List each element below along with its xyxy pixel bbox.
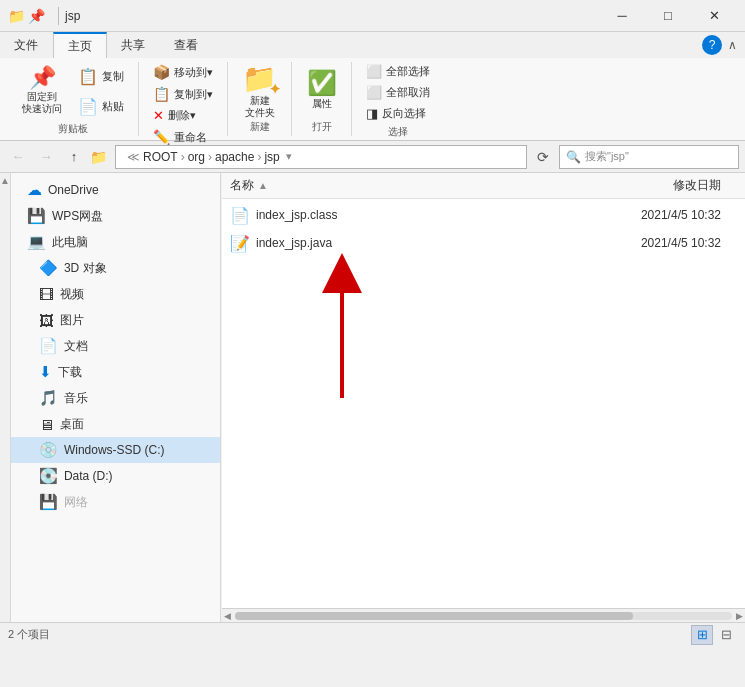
sidebar-item-data-d[interactable]: 💽 Data (D:) (11, 463, 220, 489)
file-header: 名称 ▲ 修改日期 (222, 173, 745, 199)
search-icon: 🔍 (566, 150, 581, 164)
minimize-button[interactable]: ─ (599, 0, 645, 32)
pin-to-quick-access-button[interactable]: 📌 固定到快速访问 (16, 63, 68, 119)
move-to-button[interactable]: 📦 移动到▾ (147, 62, 219, 82)
path-jsp[interactable]: jsp (264, 150, 279, 164)
tab-share[interactable]: 共享 (107, 32, 160, 58)
help-icon[interactable]: ? (702, 35, 722, 55)
data-d-label: Data (D:) (64, 469, 113, 483)
delete-button[interactable]: ✕ 删除▾ (147, 106, 219, 125)
copy-to-button[interactable]: 📋 复制到▾ (147, 84, 219, 104)
path-apache[interactable]: apache (215, 150, 254, 164)
onedrive-label: OneDrive (48, 183, 99, 197)
sidebar-item-documents[interactable]: 📄 文档 (11, 333, 220, 359)
tab-file[interactable]: 文件 (0, 32, 53, 58)
forward-button[interactable]: → (34, 145, 58, 169)
sidebar-container: ▲ ☁ OneDrive 💾 WPS网盘 💻 此电脑 🔷 3D 对象 🎞 视频 (0, 173, 222, 622)
path-root[interactable]: ROOT (143, 150, 178, 164)
sidebar-item-more[interactable]: 💾 网络 (11, 489, 220, 515)
copy-label: 复制 (102, 69, 124, 84)
horizontal-scrollbar[interactable]: ◀ ▶ (222, 608, 745, 622)
refresh-button[interactable]: ⟳ (531, 145, 555, 169)
path-sep1: › (181, 150, 185, 164)
file-item-class[interactable]: 📄 index_jsp.class 2021/4/5 10:32 (222, 201, 745, 229)
sidebar-item-music[interactable]: 🎵 音乐 (11, 385, 220, 411)
paste-label: 粘贴 (102, 99, 124, 114)
sidebar-item-video[interactable]: 🎞 视频 (11, 281, 220, 307)
paste-icon: 📄 (78, 97, 98, 116)
desktop-icon: 🖥 (39, 416, 54, 433)
h-scrollbar-track[interactable] (235, 612, 732, 620)
file-item-java[interactable]: 📝 index_jsp.java 2021/4/5 10:32 (222, 229, 745, 257)
title-separator (58, 7, 59, 25)
music-icon: 🎵 (39, 389, 58, 407)
3d-label: 3D 对象 (64, 260, 107, 277)
status-bar: 2 个项目 ⊞ ⊟ (0, 622, 745, 646)
thispc-label: 此电脑 (52, 234, 88, 251)
tab-view[interactable]: 查看 (160, 32, 213, 58)
new-folder-button[interactable]: 📁 ✦ 新建文件夹 (236, 62, 283, 118)
select-all-button[interactable]: ⬜ 全部选择 (360, 62, 436, 81)
collapse-ribbon-icon[interactable]: ∧ (728, 38, 737, 52)
new-label: 新建 (250, 120, 270, 136)
sidebar: ☁ OneDrive 💾 WPS网盘 💻 此电脑 🔷 3D 对象 🎞 视频 🖼 (11, 173, 221, 622)
back-button[interactable]: ← (6, 145, 30, 169)
up-button[interactable]: ↑ (62, 145, 86, 169)
sidebar-item-downloads[interactable]: ⬇ 下载 (11, 359, 220, 385)
open-items: ✅ 属性 (301, 62, 343, 118)
invert-label: 反向选择 (382, 106, 426, 121)
java-file-date: 2021/4/5 10:32 (577, 236, 737, 250)
sidebar-item-windows-ssd[interactable]: 💿 Windows-SSD (C:) (11, 437, 220, 463)
class-file-date: 2021/4/5 10:32 (577, 208, 737, 222)
onedrive-icon: ☁ (27, 181, 42, 199)
delete-label: 删除▾ (168, 108, 196, 123)
path-org[interactable]: org (188, 150, 205, 164)
search-box[interactable]: 🔍 搜索"jsp" (559, 145, 739, 169)
scroll-up-arrow[interactable]: ▲ (0, 175, 10, 186)
window-controls[interactable]: ─ □ ✕ (599, 0, 737, 32)
ribbon-content: 📌 固定到快速访问 📋 复制 📄 粘贴 剪贴板 (0, 58, 745, 140)
close-button[interactable]: ✕ (691, 0, 737, 32)
new-folder-icon-container: 📁 ✦ (242, 62, 277, 95)
large-icons-button[interactable]: ⊟ (715, 625, 737, 645)
video-icon: 🎞 (39, 286, 54, 303)
java-file-icon: 📝 (230, 234, 250, 253)
scroll-right-arrow[interactable]: ▶ (736, 611, 743, 621)
sort-arrow: ▲ (258, 180, 268, 191)
thispc-icon: 💻 (27, 233, 46, 251)
rename-icon: ✏️ (153, 129, 170, 145)
h-scrollbar-thumb[interactable] (235, 612, 633, 620)
tab-home[interactable]: 主页 (53, 32, 107, 58)
sidebar-item-wps[interactable]: 💾 WPS网盘 (11, 203, 220, 229)
sidebar-item-onedrive[interactable]: ☁ OneDrive (11, 177, 220, 203)
open-label: 打开 (312, 120, 332, 136)
sidebar-item-desktop[interactable]: 🖥 桌面 (11, 411, 220, 437)
pictures-icon: 🖼 (39, 312, 54, 329)
video-label: 视频 (60, 286, 84, 303)
address-path[interactable]: ≪ ROOT › org › apache › jsp ▾ (115, 145, 527, 169)
clipboard-items: 📌 固定到快速访问 📋 复制 📄 粘贴 (16, 62, 130, 120)
select-none-button[interactable]: ⬜ 全部取消 (360, 83, 436, 102)
scroll-left-arrow[interactable]: ◀ (224, 611, 231, 621)
col-name[interactable]: 名称 ▲ (230, 177, 577, 194)
sidebar-scroll-up[interactable]: ▲ (0, 173, 11, 622)
downloads-icon: ⬇ (39, 363, 52, 381)
invert-select-button[interactable]: ◨ 反向选择 (360, 104, 436, 123)
windows-ssd-label: Windows-SSD (C:) (64, 443, 165, 457)
wps-label: WPS网盘 (52, 208, 103, 225)
copy-button[interactable]: 📋 复制 (72, 62, 130, 90)
window-title: jsp (65, 9, 599, 23)
col-date[interactable]: 修改日期 (577, 177, 737, 194)
path-dropdown[interactable]: ▾ (286, 150, 292, 163)
paste-button[interactable]: 📄 粘贴 (72, 92, 130, 120)
main-layout: ▲ ☁ OneDrive 💾 WPS网盘 💻 此电脑 🔷 3D 对象 🎞 视频 (0, 173, 745, 622)
sidebar-item-3d[interactable]: 🔷 3D 对象 (11, 255, 220, 281)
sidebar-item-pictures[interactable]: 🖼 图片 (11, 307, 220, 333)
ribbon-group-clipboard: 📌 固定到快速访问 📋 复制 📄 粘贴 剪贴板 (8, 62, 139, 136)
details-view-button[interactable]: ⊞ (691, 625, 713, 645)
maximize-button[interactable]: □ (645, 0, 691, 32)
sidebar-item-thispc[interactable]: 💻 此电脑 (11, 229, 220, 255)
file-list: 📄 index_jsp.class 2021/4/5 10:32 📝 index… (222, 199, 745, 608)
properties-button[interactable]: ✅ 属性 (301, 62, 343, 118)
ribbon-tabs: 文件 主页 共享 查看 ? ∧ (0, 32, 745, 58)
